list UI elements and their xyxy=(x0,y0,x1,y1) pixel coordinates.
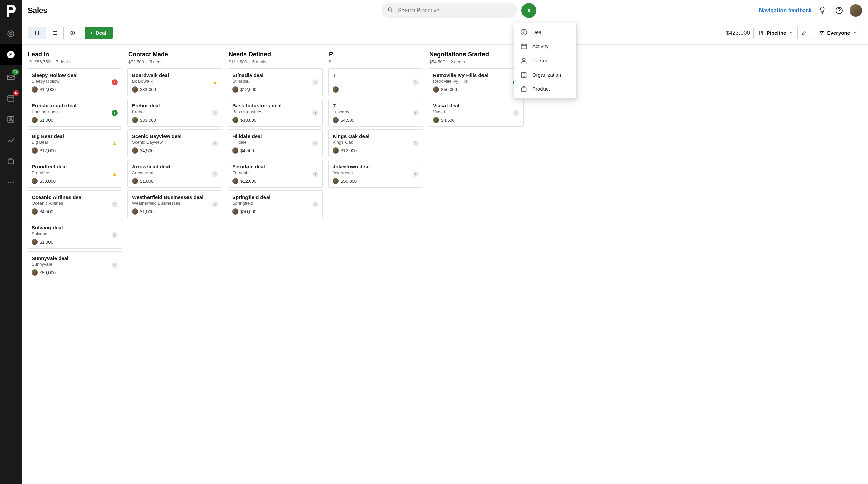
everyone-label: Everyone xyxy=(827,30,850,36)
dropdown-activity[interactable]: Activity xyxy=(514,39,576,54)
column-cards: T T T Tuscany Hills $4,500 Kings Oak dea… xyxy=(328,68,423,188)
nav-deals[interactable]: $ xyxy=(0,44,22,65)
deal-card[interactable]: Bass Industries deal Bass Industries $33… xyxy=(228,99,323,127)
owner-avatar xyxy=(433,86,439,93)
status-neutral-icon xyxy=(312,201,318,207)
nav-feedback-link[interactable]: Navigation feedback xyxy=(759,7,812,14)
deal-card[interactable]: Viasat deal Viasat $4,500 xyxy=(429,99,524,127)
dropdown-organization[interactable]: Organization xyxy=(514,68,576,82)
owner-avatar xyxy=(32,117,38,123)
status-neutral-icon xyxy=(413,171,419,177)
add-deal-button[interactable]: Deal xyxy=(85,27,113,39)
nav-leads[interactable] xyxy=(0,23,22,44)
add-button[interactable]: Deal Activity Person Organization xyxy=(521,3,536,18)
view-forecast-icon[interactable] xyxy=(63,27,81,39)
deal-amount: $33,000 xyxy=(40,179,56,184)
total-amount: $423,000 xyxy=(726,29,750,36)
deal-card[interactable]: Weatherfield Businesses deal Weatherfiel… xyxy=(127,190,222,218)
deal-card[interactable]: Ferndale deal Ferndale $12,000 xyxy=(228,160,323,188)
deal-amount: $4,500 xyxy=(140,148,154,153)
svg-rect-14 xyxy=(521,44,527,49)
deal-card[interactable]: Big Bear deal Big Bear $12,000 ▲ xyxy=(27,129,122,157)
user-avatar[interactable] xyxy=(850,4,862,17)
deal-title: Hilldale deal xyxy=(232,133,318,139)
mail-badge: 9+ xyxy=(12,69,19,75)
deal-org: Sleepy Hollow xyxy=(32,79,118,84)
nav-more[interactable] xyxy=(0,172,22,193)
nav-contacts[interactable] xyxy=(0,109,22,130)
status-neutral-icon xyxy=(112,201,118,207)
deal-card[interactable]: Proudfeet deal Proudfeet $33,000 ▲ xyxy=(27,160,122,188)
deal-card[interactable]: Boardwalk deal Boardwalk $33,000 ▲ xyxy=(127,68,222,96)
deal-org: Arrowhead xyxy=(132,170,218,175)
dropdown-person[interactable]: Person xyxy=(514,54,576,68)
svg-text:$: $ xyxy=(9,52,13,57)
status-neutral-icon xyxy=(513,110,519,116)
deal-org: Tuscany Hills xyxy=(333,109,419,114)
edit-pipeline-button[interactable] xyxy=(798,27,810,39)
status-warn-icon: ▲ xyxy=(212,79,218,85)
kanban-board[interactable]: Lead In $56,750 · 7 deals Sleepy Hollow … xyxy=(22,45,868,484)
deal-card[interactable]: Sunnyvale deal Sunnyvale $50,000 xyxy=(27,251,122,279)
status-neutral-icon xyxy=(312,171,318,177)
owner-avatar xyxy=(132,86,138,93)
deal-card[interactable]: Scenic Bayview deal Scenic Bayview $4,50… xyxy=(127,129,222,157)
column-title: Needs Defined xyxy=(229,51,322,58)
owner-avatar xyxy=(333,147,339,154)
pipedrive-logo[interactable] xyxy=(3,3,19,19)
everyone-button[interactable]: Everyone xyxy=(814,27,862,39)
dropdown-product[interactable]: Product xyxy=(514,82,576,96)
column-subtitle: $ · xyxy=(329,59,422,64)
owner-avatar xyxy=(132,208,138,215)
deal-title: Erebor deal xyxy=(132,103,218,108)
view-pipeline-icon[interactable] xyxy=(28,27,46,39)
deal-card[interactable]: T Tuscany Hills $4,500 xyxy=(328,99,423,127)
deal-org: Retroville Ivy Hills xyxy=(433,79,519,84)
nav-products[interactable] xyxy=(0,151,22,172)
pipeline-button[interactable]: Pipeline xyxy=(753,27,798,39)
deal-title: Erinsborough deal xyxy=(32,103,118,108)
owner-avatar xyxy=(32,239,38,245)
deal-org: Erinsborough xyxy=(32,109,118,114)
deal-card[interactable]: Arrowhead deal Arrowhead $1,000 xyxy=(127,160,222,188)
deal-card[interactable]: Oceanic Airlines deal Oceanic Airlines $… xyxy=(27,190,122,218)
svg-rect-17 xyxy=(522,88,526,91)
add-dropdown: Deal Activity Person Organization xyxy=(514,23,577,99)
owner-avatar xyxy=(433,117,439,123)
assistant-icon[interactable] xyxy=(816,4,829,17)
chevron-down-icon xyxy=(789,31,793,35)
owner-avatar xyxy=(232,178,238,184)
search-wrap xyxy=(382,3,517,18)
pipeline-group: Pipeline xyxy=(753,27,811,39)
deal-card[interactable]: Erebor deal Erebor $33,000 xyxy=(127,99,222,127)
deal-card[interactable]: Jokertown deal Jokertown $50,000 xyxy=(328,160,423,188)
deal-card[interactable]: Erinsborough deal Erinsborough $1,000 xyxy=(27,99,122,127)
deal-card[interactable]: Kings Oak deal Kings Oak $12,000 xyxy=(328,129,423,157)
search-input[interactable] xyxy=(382,3,517,18)
nav-mail[interactable]: 9+ xyxy=(0,67,22,88)
deal-card[interactable]: Hilldale deal Hilldale $4,500 xyxy=(228,129,323,157)
column-subtitle: $111,500 · 5 deals xyxy=(229,59,322,64)
deal-amount: $4,500 xyxy=(40,209,53,214)
nav-divider xyxy=(6,66,16,66)
deal-card[interactable]: T T xyxy=(328,68,423,96)
deal-org: Bass Industries xyxy=(232,109,318,114)
dropdown-deal[interactable]: Deal xyxy=(514,25,576,39)
column-header: Contact Made $72,500 · 5 deals xyxy=(127,49,222,68)
deal-card[interactable]: Sleepy Hollow deal Sleepy Hollow $12,000 xyxy=(27,68,122,96)
deal-amount: $1,000 xyxy=(40,240,53,245)
deal-amount: $33,000 xyxy=(140,87,156,92)
deal-card[interactable]: Solvang deal Solvang $1,000 xyxy=(27,221,122,249)
deal-card[interactable]: Retroville Ivy Hills deal Retroville Ivy… xyxy=(429,68,524,96)
nav-insights[interactable] xyxy=(0,130,22,151)
deal-card[interactable]: Stínadla deal Stínadla $12,000 xyxy=(228,68,323,96)
view-list-icon[interactable] xyxy=(46,27,63,39)
help-icon[interactable] xyxy=(833,4,846,17)
svg-point-10 xyxy=(10,182,11,183)
deal-card[interactable]: Springfield deal Springfield $50,000 xyxy=(228,190,323,218)
nav-activities[interactable]: 6 xyxy=(0,88,22,109)
header: Sales Deal Activity xyxy=(22,0,868,21)
dropdown-product-label: Product xyxy=(532,86,550,92)
deal-amount: $12,000 xyxy=(240,87,256,92)
status-neutral-icon xyxy=(413,110,419,116)
